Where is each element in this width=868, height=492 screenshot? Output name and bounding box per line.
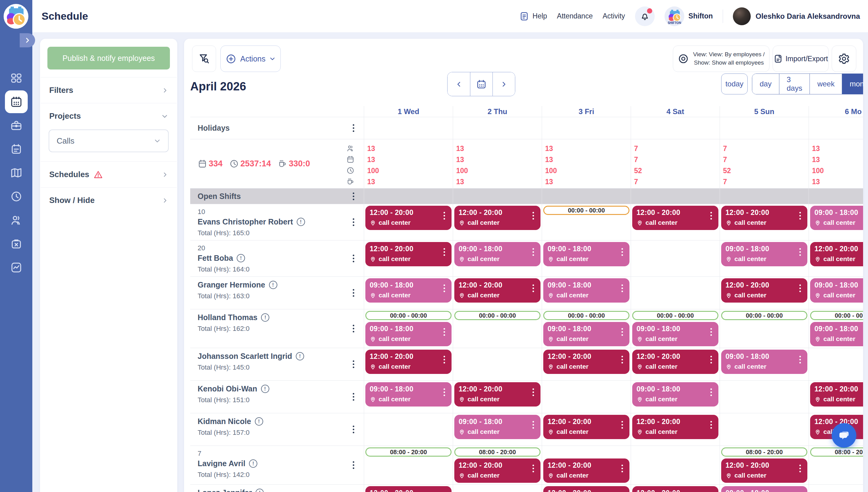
shift-chip[interactable]: 09:00 - 18:00call center <box>543 322 630 346</box>
today-button[interactable]: today <box>721 73 748 94</box>
actions-button[interactable]: Actions <box>220 46 281 72</box>
row-menu-button[interactable] <box>705 353 717 366</box>
shift-chip[interactable]: 12:00 - 20:00call center <box>543 415 630 439</box>
shift-chip[interactable]: 12:00 - 20:00call center <box>632 206 719 230</box>
info-icon[interactable]: ! <box>237 254 245 262</box>
shift-chip[interactable]: 12:00 - 20:00call center <box>632 415 719 439</box>
allday-shift-chip[interactable]: 08:00 - 20:00 <box>721 447 807 457</box>
row-menu-button[interactable] <box>347 286 359 300</box>
row-menu-button[interactable] <box>438 209 450 222</box>
day-cell[interactable] <box>631 277 720 309</box>
holiday-day-cell[interactable] <box>453 117 542 139</box>
shift-chip[interactable]: 09:00 - 18:00call center <box>543 242 630 266</box>
day-cell[interactable]: 12:00 - 20:00call center <box>453 204 542 240</box>
row-menu-button[interactable] <box>794 462 806 475</box>
day-cell[interactable]: 12:00 - 20:00call center <box>542 348 631 380</box>
shift-chip[interactable]: 09:00 - 18:00call center <box>810 278 863 302</box>
row-menu-button[interactable] <box>347 321 359 336</box>
row-menu-button[interactable] <box>705 489 717 492</box>
day-cell[interactable]: 12:00 - 20:00call center <box>364 204 453 240</box>
view-mode-3days[interactable]: 3 days <box>779 74 810 94</box>
import-export-button[interactable]: Import/Export <box>773 46 828 72</box>
show-hide-section[interactable]: Show / Hide <box>41 187 177 213</box>
clock-icon[interactable] <box>9 190 23 203</box>
filter-search-button[interactable] <box>192 46 216 72</box>
holiday-day-cell[interactable] <box>631 117 720 139</box>
info-icon[interactable]: ! <box>296 352 304 361</box>
shift-chip[interactable]: 09:00 - 18:00call center <box>721 486 807 492</box>
row-menu-button[interactable] <box>347 390 359 404</box>
row-menu-button[interactable] <box>616 353 628 366</box>
day-cell[interactable] <box>453 348 542 380</box>
day-cell[interactable]: 12:00 - 20:00call center <box>631 204 720 240</box>
shift-chip[interactable]: 12:00 - 20:00call center <box>632 350 719 374</box>
info-icon[interactable]: ! <box>261 385 269 393</box>
day-cell[interactable]: 08:00 - 20:00 <box>364 446 453 484</box>
allday-shift-chip[interactable]: 08:00 - 20:00 <box>366 447 451 457</box>
shift-chip[interactable]: 12:00 - 20:00call center <box>366 206 451 230</box>
day-cell[interactable]: 12:00 - 20:00call center <box>809 381 863 413</box>
day-cell[interactable] <box>364 413 453 446</box>
schedules-section[interactable]: Schedules <box>41 162 177 187</box>
publish-notify-button[interactable]: Publish & notify employees <box>47 47 170 70</box>
shift-chip[interactable]: 09:00 - 18:00call center <box>366 382 451 407</box>
day-cell[interactable]: 09:00 - 18:00call center <box>542 277 631 309</box>
day-cell[interactable]: 12:00 - 20:00call center <box>364 348 453 380</box>
shift-chip[interactable]: 09:00 - 18:00call center <box>810 322 863 346</box>
row-menu-button[interactable] <box>347 251 359 266</box>
reports-icon[interactable] <box>9 261 23 274</box>
day-cell[interactable] <box>542 381 631 413</box>
briefcase-icon[interactable] <box>9 119 23 132</box>
day-cell[interactable] <box>809 485 863 492</box>
brand[interactable]: SHIFTON Shifton <box>664 6 713 26</box>
day-cell[interactable]: 09:00 - 18:00call center <box>809 277 863 309</box>
next-period-button[interactable] <box>492 72 515 96</box>
absence-icon[interactable] <box>9 237 23 251</box>
holiday-day-cell[interactable] <box>542 117 631 139</box>
row-menu-button[interactable] <box>616 281 628 295</box>
row-menu-button[interactable] <box>438 353 450 366</box>
open-shift-day-cell[interactable] <box>631 189 720 204</box>
row-menu-button[interactable] <box>616 325 628 339</box>
info-icon[interactable]: ! <box>256 489 264 492</box>
row-menu-button[interactable] <box>616 462 628 475</box>
shift-chip[interactable]: 12:00 - 20:00call center <box>454 459 540 483</box>
dashboard-icon[interactable] <box>9 71 23 85</box>
day-cell[interactable]: 08:00 - 20:0012:00 - 20:00call center <box>720 446 809 484</box>
settings-button[interactable] <box>832 46 856 72</box>
view-settings-button[interactable]: View: View: By employees /Show: Show all… <box>673 46 770 72</box>
shift-chip[interactable]: 09:00 - 18:00call center <box>454 415 540 439</box>
holiday-day-cell[interactable] <box>720 117 809 139</box>
allday-shift-chip[interactable]: 00:00 - 00:00 <box>543 311 630 320</box>
day-cell[interactable] <box>720 381 809 413</box>
row-menu-button[interactable] <box>527 245 539 259</box>
row-menu-button[interactable] <box>438 489 450 492</box>
shift-chip[interactable]: 12:00 - 20:00call center <box>454 382 540 407</box>
row-menu-button[interactable] <box>794 245 806 259</box>
day-cell[interactable]: 09:00 - 18:00call center <box>453 241 542 276</box>
shift-chip[interactable]: 09:00 - 18:00call center <box>721 350 807 374</box>
day-cell[interactable]: 00:00 - 00:00 <box>453 309 542 348</box>
row-menu-button[interactable] <box>347 189 359 203</box>
holiday-day-cell[interactable] <box>809 117 863 139</box>
allday-shift-chip[interactable]: 08:00 - 20:00 <box>810 447 863 457</box>
shift-chip[interactable]: 12:00 - 20:00call center <box>366 242 451 266</box>
day-cell[interactable]: 00:00 - 00:0009:00 - 18:00call center <box>364 309 453 348</box>
day-cell[interactable]: 12:00 - 20:00call center <box>631 348 720 380</box>
chat-launcher-button[interactable] <box>832 423 856 448</box>
project-select[interactable]: Calls <box>49 129 169 152</box>
shift-chip[interactable]: 09:00 - 18:00call center <box>454 242 540 266</box>
day-cell[interactable] <box>809 348 863 380</box>
shift-chip[interactable]: 09:00 - 18:00call center <box>632 322 719 346</box>
day-cell[interactable]: 12:00 - 20:00call center <box>453 381 542 413</box>
day-cell[interactable]: 09:00 - 18:00call center <box>542 241 631 276</box>
info-icon[interactable]: ! <box>249 460 257 468</box>
shift-chip[interactable]: 09:00 - 18:00call center <box>366 278 451 302</box>
row-menu-button[interactable] <box>794 353 806 366</box>
day-cell[interactable]: 09:00 - 18:00call center <box>364 277 453 309</box>
shift-chip[interactable]: 12:00 - 20:00call center <box>721 206 807 230</box>
row-menu-button[interactable] <box>705 418 717 432</box>
shift-chip[interactable]: 12:00 - 20:00call center <box>543 486 630 492</box>
day-cell[interactable]: 12:00 - 20:00call center <box>720 277 809 309</box>
schedule-icon[interactable] <box>5 91 28 113</box>
